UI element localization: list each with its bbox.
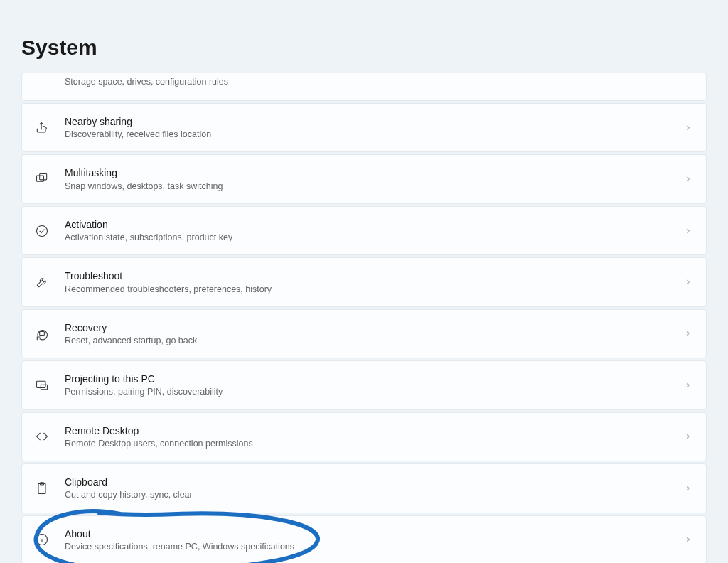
settings-item-title: Activation [65, 218, 683, 231]
settings-item-title: Nearby sharing [65, 115, 683, 128]
settings-item-subtitle: Reset, advanced startup, go back [65, 335, 683, 346]
svg-rect-1 [40, 174, 47, 180]
settings-item-subtitle: Permissions, pairing PIN, discoverabilit… [65, 386, 683, 397]
storage-icon [33, 73, 50, 90]
settings-item-title: About [65, 527, 683, 540]
chevron-right-icon [683, 227, 693, 235]
clipboard-icon [33, 480, 50, 497]
chevron-right-icon [683, 329, 693, 338]
info-icon [33, 531, 50, 548]
svg-rect-0 [37, 176, 44, 181]
settings-item-title: Multitasking [65, 166, 683, 179]
settings-item-subtitle: Device specifications, rename PC, Window… [65, 541, 683, 552]
windows-icon [33, 171, 50, 188]
settings-item-subtitle: Remote Desktop users, connection permiss… [65, 438, 683, 449]
svg-point-2 [37, 225, 48, 236]
chevron-right-icon [683, 381, 693, 390]
settings-item-clipboard[interactable]: Clipboard Cut and copy history, sync, cl… [21, 463, 707, 513]
chevron-right-icon [683, 175, 693, 183]
check-circle-icon [33, 222, 50, 240]
settings-item-title: Troubleshoot [65, 269, 683, 282]
chevron-right-icon [683, 535, 693, 544]
page-title: System [21, 0, 707, 73]
settings-item-multitasking[interactable]: Multitasking Snap windows, desktops, tas… [21, 154, 707, 203]
settings-item-title: Clipboard [65, 476, 683, 488]
settings-item-subtitle: Storage space, drives, configuration rul… [65, 76, 683, 87]
svg-rect-5 [41, 385, 47, 390]
settings-item-remote-desktop[interactable]: Remote Desktop Remote Desktop users, con… [21, 412, 707, 461]
settings-item-subtitle: Discoverability, received files location [65, 129, 683, 140]
wrench-icon [33, 274, 50, 291]
settings-item-subtitle: Cut and copy history, sync, clear [65, 489, 683, 500]
settings-item-subtitle: Activation state, subscriptions, product… [65, 232, 683, 243]
share-icon [33, 119, 50, 136]
settings-item-projecting[interactable]: Projecting to this PC Permissions, pairi… [21, 360, 707, 409]
chevron-right-icon [683, 278, 693, 286]
settings-item-storage[interactable]: Storage space, drives, configuration rul… [21, 73, 707, 101]
recovery-icon [33, 325, 50, 342]
settings-item-recovery[interactable]: Recovery Reset, advanced startup, go bac… [21, 309, 707, 358]
settings-item-activation[interactable]: Activation Activation state, subscriptio… [21, 206, 707, 255]
settings-item-nearby-sharing[interactable]: Nearby sharing Discoverability, received… [21, 103, 707, 152]
settings-item-troubleshoot[interactable]: Troubleshoot Recommended troubleshooters… [21, 257, 707, 306]
settings-item-subtitle: Recommended troubleshooters, preferences… [65, 284, 683, 295]
settings-item-title: Recovery [65, 321, 683, 334]
settings-list: Storage space, drives, configuration rul… [21, 73, 707, 563]
project-icon [33, 377, 50, 394]
settings-item-title: Remote Desktop [65, 424, 683, 437]
chevron-right-icon [683, 432, 693, 441]
settings-item-subtitle: Snap windows, desktops, task switching [65, 181, 683, 192]
settings-item-title: Projecting to this PC [65, 372, 683, 385]
svg-rect-3 [40, 332, 45, 336]
settings-item-about[interactable]: About Device specifications, rename PC, … [21, 515, 707, 564]
remote-desktop-icon [33, 428, 50, 445]
chevron-right-icon [683, 484, 693, 493]
chevron-right-icon [683, 124, 693, 132]
